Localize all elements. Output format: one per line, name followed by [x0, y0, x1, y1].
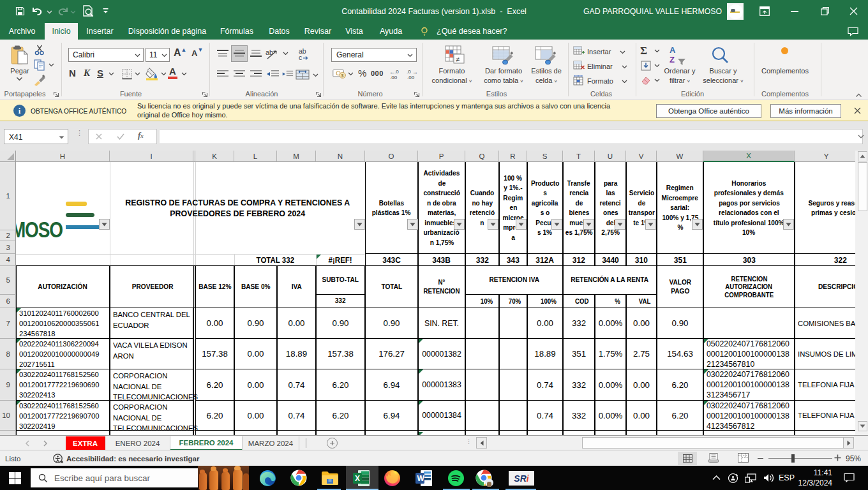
- svg-text:.0: .0: [394, 69, 399, 75]
- svg-text:$: $: [341, 73, 344, 78]
- svg-text:X: X: [355, 474, 360, 483]
- svg-text:≠: ≠: [456, 56, 460, 63]
- svg-text:.00: .00: [390, 75, 398, 80]
- svg-text:Z: Z: [670, 55, 675, 64]
- svg-text:.0: .0: [407, 69, 411, 75]
- svg-text:W: W: [417, 474, 425, 483]
- svg-text:A: A: [670, 45, 676, 55]
- svg-text:c: c: [299, 54, 302, 61]
- svg-text:.00: .00: [407, 75, 415, 80]
